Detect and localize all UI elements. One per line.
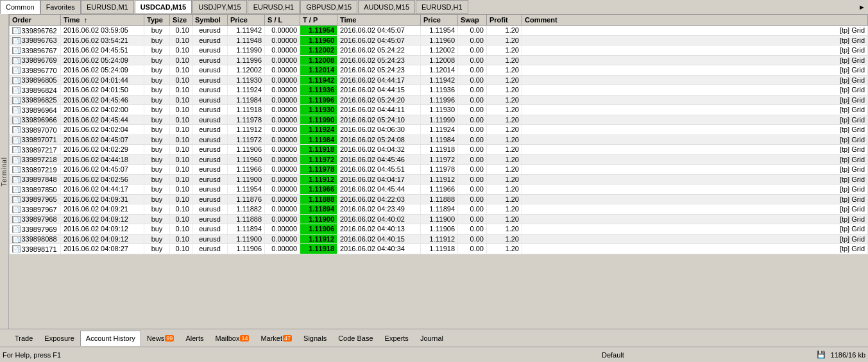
table-area: Order Time ↑ Type Size Symbol Price S / … bbox=[9, 14, 868, 329]
table-row[interactable]: 📄3398967702016.06.02 05:24:09buy0.10euru… bbox=[10, 65, 868, 76]
table-row[interactable]: 📄3398970712016.06.02 04:45:07buy0.10euru… bbox=[10, 135, 868, 145]
status-profile: Default bbox=[409, 351, 816, 359]
terminal-sidebar[interactable]: Terminal bbox=[0, 14, 9, 329]
table-row[interactable]: 📄3398978482016.06.02 04:02:56buy0.10euru… bbox=[10, 174, 868, 185]
bottom-tab-signals[interactable]: Signals bbox=[298, 331, 332, 346]
table-row[interactable]: 📄3398967632016.06.02 03:54:21buy0.10euru… bbox=[10, 35, 868, 45]
badge-market: 47 bbox=[283, 335, 292, 341]
chart-tab-usdcad-m15[interactable]: USDCAD,M15 bbox=[135, 0, 192, 14]
status-right: 💾 1186/16 kb bbox=[817, 350, 865, 359]
terminal-label: Terminal bbox=[1, 157, 8, 186]
top-tab-bar: Common Favorites EURUSD,M1 USDCAD,M15 US… bbox=[0, 0, 868, 14]
chart-tab-eurusd-m1[interactable]: EURUSD,M1 bbox=[81, 0, 134, 14]
table-row[interactable]: 📄3398972172016.06.02 04:02:29buy0.10euru… bbox=[10, 145, 868, 155]
table-row[interactable]: 📄3398979672016.06.02 04:09:21buy0.10euru… bbox=[10, 204, 868, 215]
bottom-tab-trade[interactable]: Trade bbox=[9, 331, 38, 346]
table-row[interactable]: 📄3398967622016.06.02 03:59:05buy0.10euru… bbox=[10, 26, 868, 36]
col-header-size[interactable]: Size bbox=[170, 15, 192, 26]
bottom-tab-alerts[interactable]: Alerts bbox=[180, 331, 209, 346]
status-bar: For Help, press F1 Default 💾 1186/16 kb bbox=[0, 347, 868, 362]
table-row[interactable]: 📄3398979692016.06.02 04:09:12buy0.10euru… bbox=[10, 224, 868, 234]
bottom-tab-code-base[interactable]: Code Base bbox=[332, 331, 379, 346]
col-header-sl[interactable]: S / L bbox=[265, 15, 300, 26]
col-header-type[interactable]: Type bbox=[144, 15, 170, 26]
main-content: Terminal Order Time ↑ Type Size Symbol P… bbox=[0, 14, 868, 329]
chart-tab-bar: EURUSD,M1 USDCAD,M15 USDJPY,M15 EURUSD,H… bbox=[81, 0, 868, 14]
status-help: For Help, press F1 bbox=[3, 351, 409, 359]
bottom-tab-news[interactable]: News99 bbox=[141, 331, 180, 346]
table-row[interactable]: 📄3398979652016.06.02 04:09:31buy0.10euru… bbox=[10, 194, 868, 204]
col-header-swap[interactable]: Swap bbox=[458, 15, 487, 26]
col-header-order[interactable]: Order bbox=[10, 15, 61, 26]
col-header-profit[interactable]: Profit bbox=[487, 15, 522, 26]
table-row[interactable]: 📄3398981712016.06.02 04:08:27buy0.10euru… bbox=[10, 244, 868, 254]
table-row[interactable]: 📄3398968252016.06.02 04:45:46buy0.10euru… bbox=[10, 95, 868, 105]
table-row[interactable]: 📄3398967672016.06.02 04:45:51buy0.10euru… bbox=[10, 45, 868, 56]
col-header-comment[interactable]: Comment bbox=[522, 15, 868, 26]
bottom-tab-experts[interactable]: Experts bbox=[379, 331, 414, 346]
table-row[interactable]: 📄3398968052016.06.02 04:01:44buy0.10euru… bbox=[10, 75, 868, 85]
table-container[interactable]: Order Time ↑ Type Size Symbol Price S / … bbox=[9, 14, 868, 329]
bottom-tab-account-history[interactable]: Account History bbox=[80, 331, 141, 346]
chart-tab-gbpusd-m15[interactable]: GBPUSD,M15 bbox=[300, 0, 357, 14]
badge-mailbox: 14 bbox=[240, 335, 249, 341]
table-row[interactable]: 📄3398968242016.06.02 04:01:50buy0.10euru… bbox=[10, 85, 868, 95]
bottom-tab-journal[interactable]: Journal bbox=[414, 331, 449, 346]
col-header-price[interactable]: Price bbox=[228, 15, 265, 26]
bottom-tab-exposure[interactable]: Exposure bbox=[38, 331, 80, 346]
tab-common[interactable]: Common bbox=[0, 0, 40, 14]
table-row[interactable]: 📄3398969642016.06.02 04:02:00buy0.10euru… bbox=[10, 105, 868, 115]
table-row[interactable]: 📄3398979682016.06.02 04:09:12buy0.10euru… bbox=[10, 214, 868, 224]
chart-tab-eurusd-h1[interactable]: EURUSD,H1 bbox=[248, 0, 300, 14]
table-row[interactable]: 📄3398972182016.06.02 04:44:18buy0.10euru… bbox=[10, 154, 868, 165]
memory-status: 1186/16 kb bbox=[831, 351, 865, 359]
table-row[interactable]: 📄3398980882016.06.02 04:09:12buy0.10euru… bbox=[10, 234, 868, 244]
disk-icon: 💾 bbox=[817, 350, 826, 359]
table-row[interactable]: 📄3398967692016.06.02 05:24:09buy0.10euru… bbox=[10, 55, 868, 65]
table-row[interactable]: 📄3398969662016.06.02 04:45:44buy0.10euru… bbox=[10, 115, 868, 125]
chart-tab-audusd-m15[interactable]: AUDUSD,M15 bbox=[358, 0, 415, 14]
account-history-table: Order Time ↑ Type Size Symbol Price S / … bbox=[9, 14, 868, 254]
col-header-tp[interactable]: T / P bbox=[300, 15, 337, 26]
table-row[interactable]: 📄3398970702016.06.02 04:02:04buy0.10euru… bbox=[10, 125, 868, 135]
col-header-price2[interactable]: Price bbox=[421, 15, 458, 26]
col-header-time2[interactable]: Time bbox=[337, 15, 421, 26]
chart-tab-usdjpy-m15[interactable]: USDJPY,M15 bbox=[192, 0, 246, 14]
col-header-symbol[interactable]: Symbol bbox=[192, 15, 228, 26]
table-row[interactable]: 📄3398978502016.06.02 04:44:17buy0.10euru… bbox=[10, 185, 868, 195]
bottom-tab-market[interactable]: Market47 bbox=[255, 331, 298, 346]
bottom-tab-mailbox[interactable]: Mailbox14 bbox=[210, 331, 255, 346]
scroll-right-arrow[interactable]: ► bbox=[856, 2, 868, 12]
tab-favorites[interactable]: Favorites bbox=[40, 0, 81, 14]
badge-news: 99 bbox=[165, 335, 174, 341]
col-header-time1[interactable]: Time ↑ bbox=[61, 15, 144, 26]
chart-tab-eurusd-h1-2[interactable]: EURUSD,H1 bbox=[416, 0, 468, 14]
table-row[interactable]: 📄3398972192016.06.02 04:45:07buy0.10euru… bbox=[10, 165, 868, 175]
bottom-tab-bar: TradeExposureAccount HistoryNews99Alerts… bbox=[0, 329, 868, 347]
